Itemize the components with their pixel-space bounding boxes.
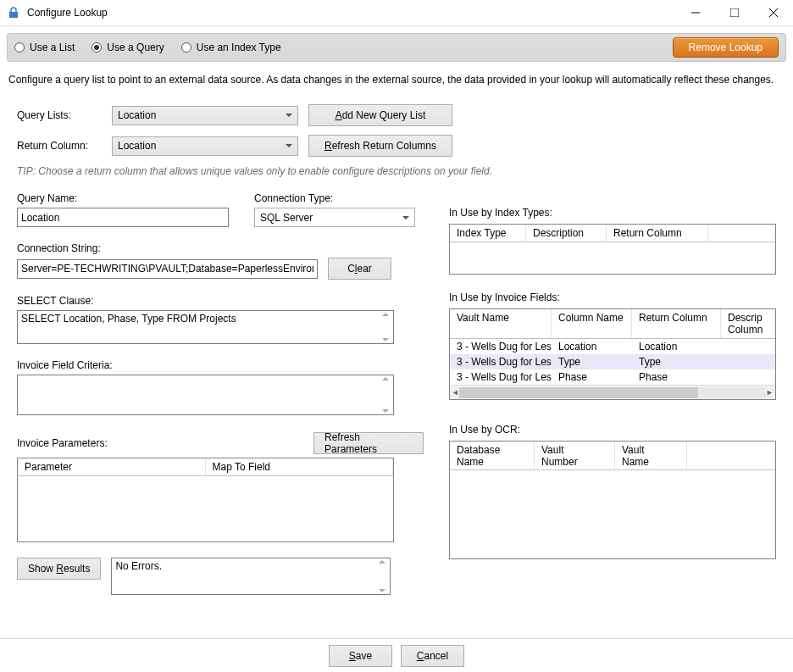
chevron-down-icon (286, 114, 292, 117)
invoice-criteria-textarea[interactable] (17, 375, 394, 415)
label-return-column: Return Column: (17, 140, 112, 152)
clear-button[interactable]: Clear (328, 258, 391, 280)
label-connection-string: Connection String: (17, 242, 424, 254)
input-value: Location (21, 212, 59, 224)
col-database-name: DatabaseName (450, 442, 535, 469)
label-in-use-invoice: In Use by Invoice Fields: (449, 292, 776, 303)
button-label: Refresh Parameters (324, 431, 413, 455)
radio-icon (14, 42, 25, 53)
add-new-query-list-button[interactable]: Add New Query List (308, 104, 452, 126)
table-row[interactable]: 3 - Wells Dug for LessTypeType (450, 354, 775, 369)
scroll-arrows (376, 560, 388, 592)
radio-label: Use a Query (107, 42, 164, 53)
invoice-fields-table[interactable]: Vault Name Column Name Return Column Des… (449, 308, 776, 400)
input-value: Server=PE-TECHWRITING\PVAULT;Database=Pa… (21, 263, 313, 275)
table-row[interactable]: 3 - Wells Dug for LessPhasePhase (450, 369, 775, 385)
col-parameter: Parameter (18, 458, 206, 475)
label-invoice-params: Invoice Parameters: (17, 437, 108, 449)
col-description-column: DescripColumn (721, 309, 775, 338)
radio-use-query[interactable]: Use a Query (92, 42, 164, 53)
ocr-table[interactable]: DatabaseName VaultNumber VaultName (449, 441, 776, 559)
return-column-select[interactable]: Location (112, 136, 298, 156)
col-vault-name: Vault Name (450, 309, 552, 338)
chevron-down-icon (286, 144, 292, 147)
refresh-return-columns-button[interactable]: Refresh Return Columns (308, 135, 452, 157)
radio-icon (181, 42, 191, 53)
label-in-use-ocr: In Use by OCR: (449, 424, 776, 436)
index-types-table[interactable]: Index Type Description Return Column (449, 224, 776, 275)
label-query-lists: Query Lists: (17, 109, 112, 121)
refresh-parameters-button[interactable]: Refresh Parameters (313, 432, 424, 454)
invoice-parameters-table[interactable]: Parameter Map To Field (17, 458, 394, 542)
label-invoice-criteria: Invoice Field Criteria: (17, 359, 424, 371)
col-vault-number: VaultNumber (535, 442, 615, 469)
label-select-clause: SELECT Clause: (17, 295, 424, 307)
radio-use-index-type[interactable]: Use an Index Type (181, 42, 281, 53)
col-return-column: Return Column (632, 309, 721, 338)
scroll-arrows (380, 377, 391, 413)
results-textarea[interactable]: No Errors. (111, 558, 391, 595)
radio-label: Use an Index Type (197, 42, 281, 53)
radio-label: Use a List (30, 42, 75, 53)
select-value: Location (118, 109, 156, 121)
close-button[interactable] (754, 0, 793, 26)
footer: Save Cancel (0, 638, 793, 672)
title-bar: Configure Lookup (0, 0, 793, 26)
select-value: Location (118, 140, 156, 152)
col-index-type: Index Type (450, 225, 526, 242)
cancel-button[interactable]: Cancel (401, 645, 464, 667)
col-map-to-field: Map To Field (206, 458, 394, 475)
connection-type-select[interactable]: SQL Server (254, 208, 415, 227)
select-clause-textarea[interactable]: SELECT Location, Phase, Type FROM Projec… (17, 310, 394, 344)
window-title: Configure Lookup (27, 7, 108, 19)
radio-icon (92, 42, 102, 53)
button-label: Remove Lookup (689, 42, 762, 53)
label-query-name: Query Name: (17, 192, 229, 204)
show-results-button[interactable]: Show Results (17, 558, 101, 580)
scroll-arrows (380, 313, 391, 342)
col-column-name: Column Name (552, 309, 632, 338)
remove-lookup-button[interactable]: Remove Lookup (673, 37, 779, 58)
minimize-button[interactable] (676, 0, 715, 26)
query-name-input[interactable]: Location (17, 208, 229, 227)
maximize-button[interactable] (715, 0, 754, 26)
label-in-use-index: In Use by Index Types: (449, 207, 776, 219)
col-return-column: Return Column (607, 225, 708, 242)
query-lists-select[interactable]: Location (112, 106, 298, 125)
textarea-value: SELECT Location, Phase, Type FROM Projec… (21, 313, 236, 325)
svg-rect-0 (9, 12, 18, 18)
lock-icon (7, 6, 20, 19)
save-button[interactable]: Save (329, 645, 392, 667)
horizontal-scrollbar[interactable]: ◄ ► (450, 385, 775, 399)
chevron-down-icon (402, 216, 409, 219)
select-value: SQL Server (260, 212, 313, 224)
radio-use-list[interactable]: Use a List (14, 42, 75, 53)
tip-text: TIP: Choose a return column that allows … (17, 165, 793, 177)
table-row[interactable]: 3 - Wells Dug for LessLocationLocation (450, 339, 775, 354)
help-text: Configure a query list to point to an ex… (8, 74, 785, 86)
col-description: Description (526, 225, 607, 242)
label-connection-type: Connection Type: (254, 192, 415, 204)
textarea-value: No Errors. (115, 560, 162, 572)
option-bar: Use a List Use a Query Use an Index Type… (7, 33, 786, 62)
connection-string-input[interactable]: Server=PE-TECHWRITING\PVAULT;Database=Pa… (17, 259, 318, 279)
col-vault-name: VaultName (615, 442, 687, 469)
svg-rect-2 (730, 8, 739, 17)
